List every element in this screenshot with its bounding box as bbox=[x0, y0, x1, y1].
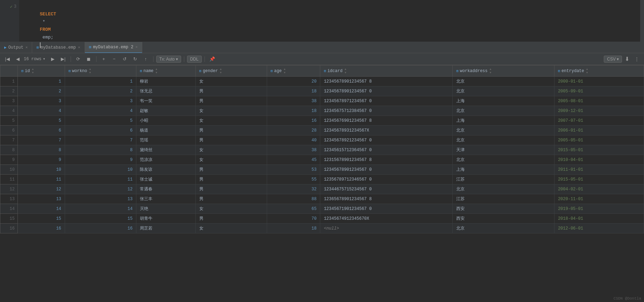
table-cell[interactable]: 灭绝 bbox=[136, 204, 196, 214]
table-cell[interactable]: 男 bbox=[195, 214, 267, 224]
table-row[interactable]: 121212常遇春男3212344675715234567 0北京2004-02… bbox=[0, 184, 644, 194]
table-cell[interactable]: 周芷若 bbox=[136, 224, 196, 233]
table-cell[interactable]: 2 bbox=[18, 86, 65, 96]
table-cell[interactable]: 男 bbox=[195, 86, 267, 96]
table-cell[interactable]: 4 bbox=[65, 106, 136, 116]
up-button[interactable]: ↑ bbox=[141, 55, 150, 63]
table-cell[interactable]: 陈友谅 bbox=[136, 165, 196, 175]
table-cell[interactable]: 5 bbox=[18, 116, 65, 126]
stop-button[interactable]: ◼ bbox=[84, 55, 93, 63]
col-id-sort[interactable]: ▲▼ bbox=[32, 68, 34, 74]
col-workno-sort[interactable]: ▲▼ bbox=[89, 68, 91, 74]
undo-button[interactable]: ↺ bbox=[120, 55, 129, 63]
table-row[interactable]: 151515胡青牛男7012345674912345670X西安2018-04-… bbox=[0, 214, 644, 224]
table-cell[interactable]: 女 bbox=[195, 77, 267, 86]
table-cell[interactable]: 2000-01-01 bbox=[554, 77, 644, 86]
table-cell[interactable]: 8 bbox=[65, 145, 136, 155]
table-cell[interactable]: 14 bbox=[65, 204, 136, 214]
table-cell[interactable]: 11 bbox=[65, 175, 136, 184]
table-cell[interactable]: 3 bbox=[65, 96, 136, 106]
table-cell[interactable]: 2006-01-01 bbox=[554, 126, 644, 135]
table-cell[interactable]: 江苏 bbox=[453, 194, 554, 204]
col-header-id[interactable]: ⊞ id ▲▼ bbox=[18, 65, 65, 77]
rows-dropdown-icon[interactable]: ▾ bbox=[43, 56, 45, 62]
table-cell[interactable]: 14 bbox=[18, 204, 65, 214]
table-cell[interactable]: 男 bbox=[195, 126, 267, 135]
table-cell[interactable]: 张无忌 bbox=[136, 86, 196, 96]
table-cell[interactable]: 13 bbox=[18, 194, 65, 204]
table-cell[interactable]: 上海 bbox=[453, 116, 554, 126]
tab-mydb-emp2[interactable]: ⊞ myDatabase.emp 2 × bbox=[85, 42, 142, 53]
table-cell[interactable]: 上海 bbox=[453, 96, 554, 106]
table-cell[interactable]: 北京 bbox=[453, 126, 554, 135]
table-cell[interactable]: 小昭 bbox=[136, 116, 196, 126]
table-cell[interactable]: 12345678931234567X bbox=[320, 126, 453, 135]
table-cell[interactable]: 张三丰 bbox=[136, 194, 196, 204]
table-row[interactable]: 666杨道男2812345678931234567X北京2006-01-01 bbox=[0, 126, 644, 135]
table-cell[interactable]: 18 bbox=[267, 224, 320, 233]
col-header-workno[interactable]: ⊞ workno ▲▼ bbox=[65, 65, 136, 77]
table-row[interactable]: 111柳岩女2012345678901234567 8北京2000-01-01 bbox=[0, 77, 644, 86]
table-cell[interactable]: 9 bbox=[65, 155, 136, 165]
table-cell[interactable]: 11 bbox=[18, 175, 65, 184]
table-cell[interactable]: 70 bbox=[267, 214, 320, 224]
table-cell[interactable]: 2009-12-01 bbox=[554, 106, 644, 116]
tab-mydb-emp-close[interactable]: × bbox=[78, 45, 80, 50]
table-cell[interactable]: 32 bbox=[267, 184, 320, 194]
table-cell[interactable]: 16 bbox=[65, 224, 136, 233]
table-cell[interactable]: 女 bbox=[195, 155, 267, 165]
table-cell[interactable]: 上海 bbox=[453, 165, 554, 175]
table-cell[interactable]: 12345678921234567 0 bbox=[320, 135, 453, 145]
table-cell[interactable]: 常遇春 bbox=[136, 184, 196, 194]
table-cell[interactable]: 女 bbox=[195, 224, 267, 233]
table-cell[interactable]: 65 bbox=[267, 204, 320, 214]
table-cell[interactable]: 2020-11-01 bbox=[554, 194, 644, 204]
table-cell[interactable]: 2007-07-01 bbox=[554, 116, 644, 126]
table-cell[interactable]: 12345678971234567 0 bbox=[320, 96, 453, 106]
table-cell[interactable]: 杨道 bbox=[136, 126, 196, 135]
table-row[interactable]: 222张无忌男1812345678901234567 0北京2005-09-01 bbox=[0, 86, 644, 96]
table-cell[interactable]: 西安 bbox=[453, 214, 554, 224]
col-workaddress-sort[interactable]: ▲▼ bbox=[490, 68, 492, 74]
table-cell[interactable]: 16 bbox=[18, 224, 65, 233]
refresh-button[interactable]: ⟳ bbox=[74, 55, 83, 63]
table-cell[interactable]: 2015-05-01 bbox=[554, 145, 644, 155]
table-cell[interactable]: 38 bbox=[267, 145, 320, 155]
table-cell[interactable]: 13 bbox=[65, 194, 136, 204]
table-row[interactable]: 555小昭女1612345676901234567 8上海2007-07-01 bbox=[0, 116, 644, 126]
table-cell[interactable]: 北京 bbox=[453, 184, 554, 194]
table-cell[interactable]: 2019-05-01 bbox=[554, 204, 644, 214]
table-cell[interactable]: 10 bbox=[65, 165, 136, 175]
table-cell[interactable]: 1 bbox=[18, 77, 65, 86]
table-cell[interactable]: 6 bbox=[18, 126, 65, 135]
table-cell[interactable]: 北京 bbox=[453, 155, 554, 165]
table-cell[interactable]: 12345676901234567 8 bbox=[320, 116, 453, 126]
table-cell[interactable]: 北京 bbox=[453, 224, 554, 233]
table-cell[interactable]: 12345678901234567 8 bbox=[320, 77, 453, 86]
table-cell[interactable]: 6 bbox=[65, 126, 136, 135]
table-cell[interactable]: 38 bbox=[267, 96, 320, 106]
col-entrydate-sort[interactable]: ▲▼ bbox=[586, 68, 588, 74]
table-cell[interactable]: 12315678901234567 8 bbox=[320, 155, 453, 165]
table-cell[interactable]: <null> bbox=[320, 224, 453, 233]
table-cell[interactable]: 赵敏 bbox=[136, 106, 196, 116]
table-cell[interactable]: 江苏 bbox=[453, 175, 554, 184]
table-row[interactable]: 161616周芷若女18<null>北京2012-06-01 bbox=[0, 224, 644, 233]
table-cell[interactable]: 9 bbox=[18, 155, 65, 165]
table-cell[interactable]: 12345671901234567 0 bbox=[320, 204, 453, 214]
table-cell[interactable]: 1 bbox=[65, 77, 136, 86]
table-row[interactable]: 444赵敏女1812345675712384567 0北京2009-12-01 bbox=[0, 106, 644, 116]
table-cell[interactable]: 15 bbox=[65, 214, 136, 224]
col-header-name[interactable]: ⊞ name ▲▼ bbox=[136, 65, 196, 77]
code-editor[interactable]: SELECT * FROM emp; bbox=[19, 0, 640, 42]
table-row[interactable]: 999范凉凉女4512315678901234567 8北京2010-04-01 bbox=[0, 155, 644, 165]
col-age-sort[interactable]: ▲▼ bbox=[284, 68, 286, 74]
table-cell[interactable]: 10 bbox=[18, 165, 65, 175]
table-cell[interactable]: 12345678901234567 0 bbox=[320, 165, 453, 175]
table-cell[interactable]: 18 bbox=[267, 86, 320, 96]
first-page-button[interactable]: |◀ bbox=[3, 55, 12, 63]
table-cell[interactable]: 2005-08-01 bbox=[554, 96, 644, 106]
table-row[interactable]: 777范瑶男4012345678921234567 0北京2005-05-01 bbox=[0, 135, 644, 145]
editor-scrollbar[interactable] bbox=[640, 0, 644, 42]
table-cell[interactable]: 2015-05-01 bbox=[554, 175, 644, 184]
